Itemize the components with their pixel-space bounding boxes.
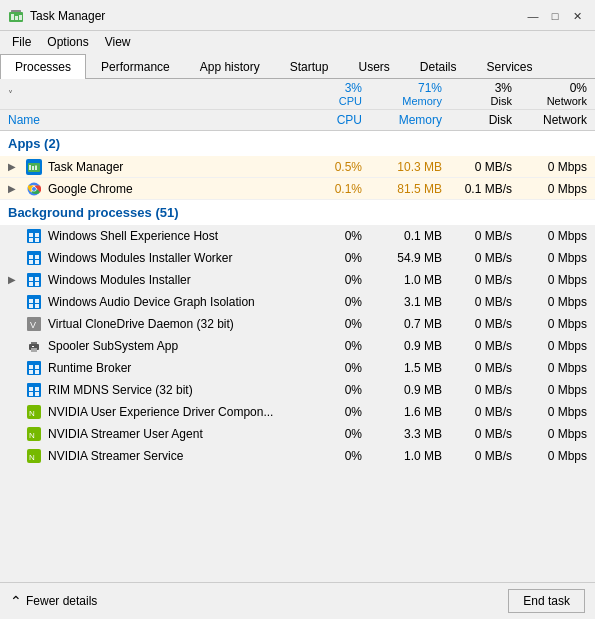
maximize-button[interactable]: □ (545, 6, 565, 26)
svg-text:N: N (29, 453, 35, 462)
svg-rect-29 (29, 299, 33, 303)
process-name-col: Windows Modules Installer Worker (0, 250, 300, 266)
svg-rect-24 (29, 277, 33, 281)
tab-app-history[interactable]: App history (185, 54, 275, 79)
process-cpu: 0% (300, 229, 370, 243)
tab-users[interactable]: Users (343, 54, 404, 79)
fewer-details-button[interactable]: ⌃ Fewer details (10, 593, 97, 609)
summary-row: ˅ 3% CPU 71% Memory 3% Disk 0% Network (0, 79, 595, 110)
process-network: 0 Mbps (520, 160, 595, 174)
table-header: Name CPU Memory Disk Network (0, 110, 595, 131)
menu-file[interactable]: File (4, 33, 39, 51)
collapse-arrow-icon[interactable]: ˅ (8, 89, 13, 100)
header-name[interactable]: Name (0, 113, 300, 127)
svg-rect-2 (15, 16, 18, 20)
svg-rect-1 (11, 14, 14, 20)
svg-rect-14 (29, 233, 33, 237)
process-memory: 3.3 MB (370, 427, 450, 441)
tab-processes[interactable]: Processes (0, 54, 86, 79)
svg-rect-48 (35, 392, 39, 396)
process-name: NVIDIA User Experience Driver Compon... (48, 405, 273, 419)
process-memory: 10.3 MB (370, 160, 450, 174)
table-row[interactable]: Windows Shell Experience Host 0% 0.1 MB … (0, 225, 595, 247)
header-network[interactable]: Network (520, 113, 595, 127)
svg-rect-4 (11, 10, 21, 12)
process-cpu: 0% (300, 405, 370, 419)
end-task-button[interactable]: End task (508, 589, 585, 613)
header-disk[interactable]: Disk (450, 113, 520, 127)
tab-details[interactable]: Details (405, 54, 472, 79)
table-row[interactable]: N NVIDIA Streamer Service 0% 1.0 MB 0 MB… (0, 445, 595, 467)
taskmanager-icon (8, 8, 24, 24)
process-disk: 0 MB/s (450, 251, 520, 265)
process-name-col: N NVIDIA User Experience Driver Compon..… (0, 404, 300, 420)
svg-rect-37 (31, 348, 37, 352)
proc-icon (26, 338, 42, 354)
table-wrapper: Apps (2) ▶ Task Manager (0, 131, 595, 608)
table-row[interactable]: Runtime Broker 0% 1.5 MB 0 MB/s 0 Mbps (0, 357, 595, 379)
process-memory: 0.9 MB (370, 383, 450, 397)
table-row[interactable]: ▶ Task Manager 0.5% 10.3 MB 0 MB/s 0 Mbp… (0, 156, 595, 178)
table-row[interactable]: N NVIDIA User Experience Driver Compon..… (0, 401, 595, 423)
process-cpu: 0% (300, 427, 370, 441)
svg-rect-8 (35, 165, 37, 170)
svg-rect-25 (35, 277, 39, 281)
process-disk: 0 MB/s (450, 295, 520, 309)
process-disk: 0 MB/s (450, 383, 520, 397)
svg-rect-43 (35, 370, 39, 374)
process-name-col: ▶ Google Chrome (0, 181, 300, 197)
main-content: ˅ 3% CPU 71% Memory 3% Disk 0% Network N… (0, 79, 595, 608)
proc-icon (26, 382, 42, 398)
process-name: Windows Modules Installer (48, 273, 191, 287)
process-disk: 0.1 MB/s (450, 182, 520, 196)
tab-services[interactable]: Services (472, 54, 548, 79)
process-name-col: N NVIDIA Streamer User Agent (0, 426, 300, 442)
svg-rect-30 (35, 299, 39, 303)
close-button[interactable]: ✕ (567, 6, 587, 26)
tab-performance[interactable]: Performance (86, 54, 185, 79)
svg-rect-27 (35, 282, 39, 286)
table-row[interactable]: N NVIDIA Streamer User Agent 0% 3.3 MB 0… (0, 423, 595, 445)
expand-arrow-icon[interactable]: ▶ (8, 161, 20, 172)
svg-rect-45 (29, 387, 33, 391)
menu-options[interactable]: Options (39, 33, 96, 51)
process-network: 0 Mbps (520, 229, 595, 243)
chevron-up-icon: ⌃ (10, 593, 22, 609)
process-network: 0 Mbps (520, 449, 595, 463)
proc-icon: N (26, 404, 42, 420)
process-cpu: 0% (300, 251, 370, 265)
proc-icon (26, 228, 42, 244)
expand-arrow-icon[interactable]: ▶ (8, 183, 20, 194)
table-row[interactable]: Windows Audio Device Graph Isolation 0% … (0, 291, 595, 313)
table-row[interactable]: Spooler SubSystem App 0% 0.9 MB 0 MB/s 0… (0, 335, 595, 357)
svg-rect-19 (29, 255, 33, 259)
expand-arrow-icon[interactable]: ▶ (8, 274, 20, 285)
process-table[interactable]: Apps (2) ▶ Task Manager (0, 131, 595, 608)
process-network: 0 Mbps (520, 251, 595, 265)
menu-view[interactable]: View (97, 33, 139, 51)
process-name: Windows Modules Installer Worker (48, 251, 233, 265)
process-name: Task Manager (48, 160, 123, 174)
taskmanager-proc-icon (26, 159, 42, 175)
tab-bar: Processes Performance App history Startu… (0, 53, 595, 79)
proc-icon: N (26, 448, 42, 464)
svg-rect-41 (35, 365, 39, 369)
header-memory[interactable]: Memory (370, 113, 450, 127)
table-row[interactable]: ▶ Windows Modules Installer 0% 1.0 MB 0 … (0, 269, 595, 291)
background-section-header: Background processes (51) (0, 200, 595, 225)
header-cpu[interactable]: CPU (300, 113, 370, 127)
table-row[interactable]: Windows Modules Installer Worker 0% 54.9… (0, 247, 595, 269)
minimize-button[interactable]: — (523, 6, 543, 26)
table-row[interactable]: V Virtual CloneDrive Daemon (32 bit) 0% … (0, 313, 595, 335)
table-row[interactable]: ▶ Google Chrome (0, 178, 595, 200)
svg-rect-20 (35, 255, 39, 259)
process-memory: 1.0 MB (370, 449, 450, 463)
svg-rect-47 (29, 392, 33, 396)
svg-rect-17 (35, 238, 39, 242)
table-row[interactable]: RIM MDNS Service (32 bit) 0% 0.9 MB 0 MB… (0, 379, 595, 401)
chrome-proc-icon (26, 181, 42, 197)
process-cpu: 0% (300, 383, 370, 397)
process-name-col: V Virtual CloneDrive Daemon (32 bit) (0, 316, 300, 332)
tab-startup[interactable]: Startup (275, 54, 344, 79)
process-disk: 0 MB/s (450, 427, 520, 441)
